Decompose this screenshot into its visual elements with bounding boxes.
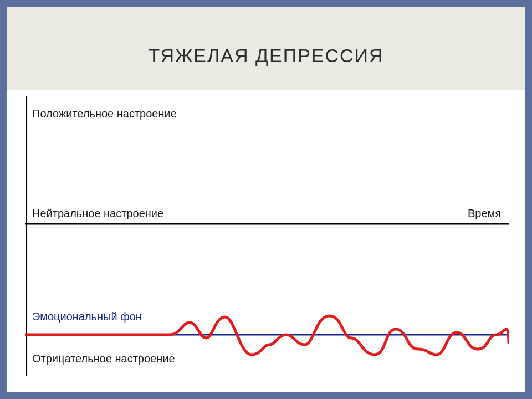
page-title: ТЯЖЕЛАЯ ДЕПРЕССИЯ — [148, 45, 383, 66]
label-neutral: Нейтральное настроение — [32, 207, 163, 219]
chart-area: Положительное настроение Нейтральное нас… — [25, 96, 509, 376]
label-negative: Отрицательное настроение — [32, 352, 175, 365]
label-emotional: Эмоциональный фон — [32, 310, 142, 323]
mood-chart: Положительное настроение Нейтральное нас… — [25, 96, 509, 376]
slide-frame: ТЯЖЕЛАЯ ДЕПРЕССИЯ Положительное настроен… — [0, 0, 532, 399]
header-band: ТЯЖЕЛАЯ ДЕПРЕССИЯ — [7, 7, 525, 90]
label-positive: Положительное настроение — [32, 108, 177, 120]
label-time: Время — [468, 207, 501, 219]
